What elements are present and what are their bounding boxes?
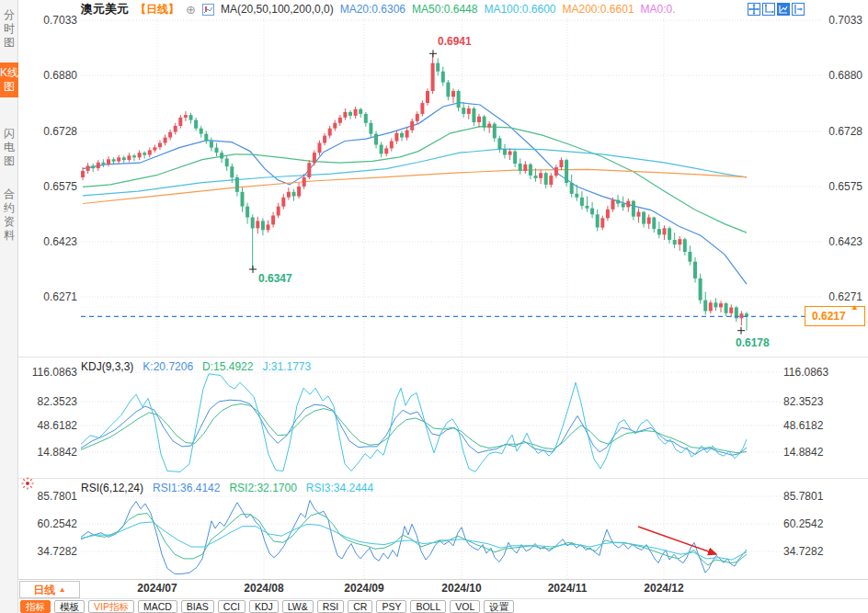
pane-separator	[18, 579, 868, 580]
pane-separator	[18, 357, 868, 358]
main-axis-right-4: 0.6423	[780, 235, 864, 248]
rsi-pane	[81, 500, 747, 573]
chart-canvas[interactable]	[0, 0, 868, 613]
kdj-pane	[81, 374, 747, 472]
main-axis-right-2: 0.6728	[780, 125, 864, 138]
kdj-axis-left-0: 116.0863	[22, 366, 77, 379]
rsi2-value: RSI2:32.1700	[229, 482, 296, 494]
month-label: 2024/08	[234, 582, 293, 595]
toolbar-cr-button[interactable]: CR	[348, 600, 372, 613]
kdj-k-value: K:20.7206	[143, 360, 193, 373]
kdj-axis-left-1: 82.3523	[22, 395, 77, 408]
main-axis-right-3: 0.6575	[780, 180, 864, 193]
add-overlay-icon[interactable]: ⊕	[186, 3, 196, 17]
month-label: 2024/07	[128, 582, 187, 595]
symbol-title: 澳元美元	[81, 1, 129, 17]
price-cross-marker	[737, 327, 745, 335]
ma100-value: MA100:0.6600	[484, 3, 555, 16]
period-dropdown-label: 日线	[33, 584, 55, 596]
mini-chart-icon[interactable]	[202, 4, 214, 16]
toolbar-cci-button[interactable]: CCI	[218, 600, 246, 613]
rsi3-value: RSI3:34.2444	[306, 482, 373, 494]
trading-app-window: 分时图 K线图 闪电图 合约资料 澳元美元 【日线】 ⊕ MA(20,50,10…	[0, 0, 868, 613]
period-dropdown[interactable]: 日线 ▲	[19, 581, 80, 598]
toolbar-rsi-button[interactable]: RSI	[317, 600, 345, 613]
rsi-axis-right-0: 85.7801	[783, 490, 823, 503]
month-label: 2024/10	[432, 582, 491, 595]
toolbar-psy-button[interactable]: PSY	[376, 600, 406, 613]
ma-line-ma50	[83, 127, 747, 233]
kdj-axis-right-2: 48.6182	[783, 419, 823, 432]
rsi-axis-left-0: 85.7801	[22, 490, 77, 503]
current-price-box: 0.6217 ▲	[805, 306, 865, 326]
price-up-marker-icon: ▲	[851, 298, 859, 316]
ma50-value: MA50:0.6448	[412, 3, 477, 16]
rsi-axis-right-2: 34.7282	[783, 545, 823, 558]
dropdown-arrow-icon: ▲	[59, 585, 66, 594]
main-axis-left-5: 0.6271	[22, 290, 77, 303]
ma0-value: MA0:0.	[641, 3, 676, 16]
low-price-label: 0.6347	[258, 272, 292, 285]
month-label: 2024/11	[538, 582, 597, 595]
toolbar-kdj-button[interactable]: KDJ	[249, 600, 279, 613]
rsi-line-rsi1	[81, 500, 747, 573]
main-axis-left-2: 0.6728	[22, 125, 77, 138]
kdj-j-value: J:31.1773	[262, 360, 311, 373]
toolbar-vol-button[interactable]: VOL	[450, 600, 480, 613]
main-price-pane	[81, 50, 805, 334]
pane-separator	[18, 598, 868, 599]
last-low-price-label: 0.6178	[736, 336, 770, 349]
period-tag: 【日线】	[135, 2, 179, 17]
rsi-title: RSI(6,12,24)	[81, 482, 143, 494]
toolbar-bias-button[interactable]: BIAS	[181, 600, 214, 613]
kdj-axis-left-2: 48.6182	[22, 419, 77, 432]
rsi1-value: RSI1:36.4142	[153, 482, 220, 494]
indicator-marker-sun-icon[interactable]	[20, 476, 35, 491]
high-price-label: 0.6941	[438, 35, 472, 48]
kdj-header: KDJ(9,3,3) K:20.7206 D:15.4922 J:31.1773	[81, 360, 311, 373]
kdj-line-k	[81, 400, 747, 455]
ma20-value: MA20:0.6306	[340, 3, 405, 16]
toolbar-template-button[interactable]: 模板	[54, 600, 85, 613]
pane-separator	[18, 478, 868, 479]
kdj-axis-right-1: 82.3523	[783, 395, 823, 408]
sidebar-item-candlestick-chart[interactable]: K线图	[0, 62, 18, 97]
price-cross-marker	[249, 266, 257, 273]
kdj-title: KDJ(9,3,3)	[81, 360, 133, 373]
chart-type-sidebar: 分时图 K线图 闪电图 合约资料	[0, 0, 18, 613]
rsi-axis-right-1: 60.2542	[783, 517, 823, 530]
kdj-line-j	[81, 374, 747, 472]
chart-panel-icon[interactable]	[777, 3, 790, 16]
rsi-axis-left-1: 60.2542	[22, 517, 77, 530]
sidebar-item-time-share-chart[interactable]: 分时图	[0, 5, 18, 53]
chart-header: 澳元美元 【日线】 ⊕ MA(20,50,100,200,0,0) MA20:0…	[81, 2, 676, 17]
main-axis-left-4: 0.6423	[22, 235, 77, 248]
rsi-line-rsi2	[81, 514, 747, 566]
rsi-axis-left-2: 34.7282	[22, 545, 77, 558]
toolbar-vip-indicator-button[interactable]: VIP指标	[88, 600, 134, 613]
candlestick-series	[81, 53, 748, 330]
indicator-toolbar: 指标 模板 VIP指标 MACD BIAS CCI KDJ LW& RSI CR…	[20, 600, 514, 613]
gridlines	[81, 18, 821, 579]
main-axis-left-1: 0.6880	[22, 69, 77, 82]
toolbar-lw-button[interactable]: LW&	[282, 600, 314, 613]
toolbar-macd-button[interactable]: MACD	[138, 600, 177, 613]
current-price-value: 0.6217	[812, 310, 846, 323]
axis-scale-icon[interactable]	[762, 3, 775, 16]
sidebar-item-flash-chart[interactable]: 闪电图	[0, 123, 18, 172]
rsi-header: RSI(6,12,24) RSI1:36.4142 RSI2:32.1700 R…	[81, 482, 373, 494]
crosshair-move-icon[interactable]	[748, 3, 760, 16]
month-label: 2024/09	[335, 582, 394, 595]
main-axis-right-0: 0.7033	[780, 14, 864, 27]
toolbar-settings-button[interactable]: 设置	[484, 600, 514, 613]
price-cross-marker	[429, 50, 437, 57]
kdj-axis-left-3: 14.8842	[22, 446, 77, 459]
kdj-d-value: D:15.4922	[202, 360, 253, 373]
collapse-right-icon[interactable]	[792, 3, 805, 16]
kdj-axis-right-0: 116.0863	[783, 366, 828, 379]
sidebar-item-contract-info[interactable]: 合约资料	[0, 184, 18, 246]
ma200-value: MA200:0.6601	[563, 3, 634, 16]
month-label: 2024/12	[634, 582, 693, 595]
toolbar-boll-button[interactable]: BOLL	[410, 600, 446, 613]
toolbar-indicator-button[interactable]: 指标	[20, 600, 51, 613]
